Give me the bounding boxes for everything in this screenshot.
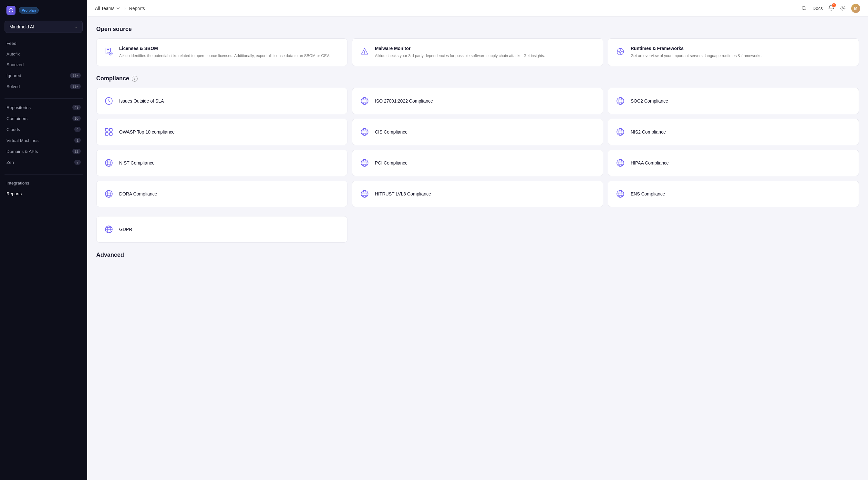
clouds-badge: 4 — [74, 127, 81, 132]
nav-divider-1 — [4, 98, 83, 99]
sidebar-item-label: Solved — [6, 84, 20, 89]
svg-rect-6 — [107, 52, 109, 53]
malware-icon — [359, 46, 370, 58]
notifications-button[interactable]: 1 — [828, 4, 834, 12]
sidebar-item-snoozed[interactable]: Snoozed — [0, 59, 87, 70]
card-ens[interactable]: ENS Compliance — [608, 181, 859, 207]
globe-icon — [103, 157, 115, 169]
card-cis[interactable]: CIS Compliance — [352, 119, 603, 145]
sidebar-item-label: Snoozed — [6, 62, 24, 67]
all-teams-label: All Teams — [95, 6, 114, 11]
card-pci[interactable]: PCI Compliance — [352, 150, 603, 176]
repositories-badge: 49 — [72, 105, 81, 110]
card-soc2-title: SOC2 Compliance — [631, 98, 668, 104]
search-icon[interactable] — [801, 5, 807, 11]
card-malware-content: Malware Monitor Aikido checks your 3rd p… — [375, 46, 596, 59]
sidebar-nav-secondary: Repositories 49 Containers 10 Clouds 4 V… — [0, 102, 87, 171]
sidebar-item-integrations[interactable]: Integrations — [0, 178, 87, 188]
sidebar-item-label: Ignored — [6, 73, 21, 78]
globe-icon — [615, 126, 626, 138]
zen-badge: 7 — [74, 160, 81, 165]
globe-icon — [359, 95, 370, 107]
card-gdpr-title: GDPR — [119, 227, 132, 232]
svg-point-9 — [364, 53, 365, 54]
card-licenses-sbom-title: Licenses & SBOM — [119, 46, 341, 51]
sidebar-nav-tertiary: Integrations Reports — [0, 178, 87, 202]
breadcrumb-all-teams[interactable]: All Teams — [95, 6, 120, 11]
card-malware-desc: Aikido checks your 3rd party dependencie… — [375, 53, 596, 59]
sidebar-item-clouds[interactable]: Clouds 4 — [0, 124, 87, 135]
sidebar-item-label: Autofix — [6, 52, 20, 57]
card-malware-monitor[interactable]: Malware Monitor Aikido checks your 3rd p… — [352, 38, 603, 66]
sidebar-header: Pro plan — [0, 0, 87, 18]
card-hitrust-title: HITRUST LVL3 Compliance — [375, 191, 431, 197]
gdpr-row: GDPR — [96, 216, 859, 243]
card-iso-27001[interactable]: ISO 27001:2022 Compliance — [352, 88, 603, 114]
svg-line-1 — [805, 9, 806, 10]
card-issues-sla-title: Issues Outside of SLA — [119, 98, 164, 104]
sidebar-item-label: Clouds — [6, 127, 20, 132]
chevron-down-icon: ⌄ — [74, 25, 78, 29]
open-source-cards-grid: Licenses & SBOM Aikido identifies the po… — [96, 38, 859, 66]
card-nis2[interactable]: NIS2 Compliance — [608, 119, 859, 145]
content-area: Open source Licenses & SBOM — [87, 17, 868, 480]
card-hipaa[interactable]: HIPAA Compliance — [608, 150, 859, 176]
globe-icon — [103, 188, 115, 200]
advanced-section-title: Advanced — [96, 252, 859, 259]
sidebar-nav-primary: Feed Autofix Snoozed Ignored 99+ Solved … — [0, 38, 87, 95]
sidebar-item-label: Reports — [6, 191, 22, 196]
breadcrumb-separator: › — [124, 6, 125, 11]
card-issues-outside-sla[interactable]: Issues Outside of SLA — [96, 88, 347, 114]
sidebar-item-ignored[interactable]: Ignored 99+ — [0, 70, 87, 81]
workspace-selector[interactable]: Mindmeld AI ⌄ — [4, 21, 83, 33]
sidebar-item-feed[interactable]: Feed — [0, 38, 87, 49]
card-runtimes-title: Runtimes & Frameworks — [631, 46, 852, 51]
grid-icon — [103, 126, 115, 138]
card-hitrust[interactable]: HITRUST LVL3 Compliance — [352, 181, 603, 207]
containers-badge: 10 — [72, 116, 81, 121]
runtime-icon — [615, 46, 626, 58]
sidebar-item-virtual-machines[interactable]: Virtual Machines 1 — [0, 135, 87, 146]
sidebar-item-label: Domains & APIs — [6, 149, 38, 154]
card-licenses-sbom[interactable]: Licenses & SBOM Aikido identifies the po… — [96, 38, 347, 66]
sidebar-item-solved[interactable]: Solved 99+ — [0, 81, 87, 92]
svg-rect-30 — [110, 133, 113, 135]
card-runtimes-content: Runtimes & Frameworks Get an overview of… — [631, 46, 852, 59]
globe-icon — [615, 157, 626, 169]
card-runtimes-frameworks[interactable]: Runtimes & Frameworks Get an overview of… — [608, 38, 859, 66]
sidebar-item-containers[interactable]: Containers 10 — [0, 113, 87, 124]
sidebar-item-zen[interactable]: Zen 7 — [0, 157, 87, 168]
main-area: All Teams › Reports Docs 1 M Open source — [87, 0, 868, 480]
svg-point-11 — [619, 50, 621, 53]
compliance-cards-grid: Issues Outside of SLA ISO 27001:2022 Com… — [96, 88, 859, 207]
docs-link[interactable]: Docs — [812, 6, 823, 11]
card-pci-title: PCI Compliance — [375, 160, 407, 166]
pro-badge: Pro plan — [19, 7, 39, 13]
globe-icon — [615, 188, 626, 200]
card-owasp[interactable]: OWASP Top 10 compliance — [96, 119, 347, 145]
topbar-breadcrumb: All Teams › Reports — [95, 6, 145, 11]
svg-rect-28 — [110, 128, 113, 131]
svg-point-2 — [842, 7, 844, 9]
card-owasp-title: OWASP Top 10 compliance — [119, 129, 175, 135]
workspace-name: Mindmeld AI — [9, 24, 34, 29]
settings-icon[interactable] — [840, 5, 846, 11]
topbar-actions: Docs 1 M — [801, 4, 860, 13]
sidebar-item-autofix[interactable]: Autofix — [0, 49, 87, 59]
notification-badge: 1 — [832, 3, 836, 7]
card-soc2[interactable]: SOC2 Compliance — [608, 88, 859, 114]
card-dora[interactable]: DORA Compliance — [96, 181, 347, 207]
card-nist[interactable]: NIST Compliance — [96, 150, 347, 176]
sidebar-item-repositories[interactable]: Repositories 49 — [0, 102, 87, 113]
avatar[interactable]: M — [851, 4, 860, 13]
globe-icon — [359, 188, 370, 200]
ignored-badge: 99+ — [70, 73, 81, 78]
domains-badge: 11 — [72, 149, 81, 154]
compliance-info-icon[interactable]: i — [132, 76, 137, 81]
sidebar-item-domains-apis[interactable]: Domains & APIs 11 — [0, 146, 87, 157]
sidebar: Pro plan Mindmeld AI ⌄ Feed Autofix Snoo… — [0, 0, 87, 480]
card-gdpr[interactable]: GDPR — [96, 216, 347, 243]
sidebar-item-reports[interactable]: Reports — [0, 188, 87, 199]
globe-icon — [103, 224, 115, 235]
card-runtimes-desc: Get an overview of your important server… — [631, 53, 852, 59]
